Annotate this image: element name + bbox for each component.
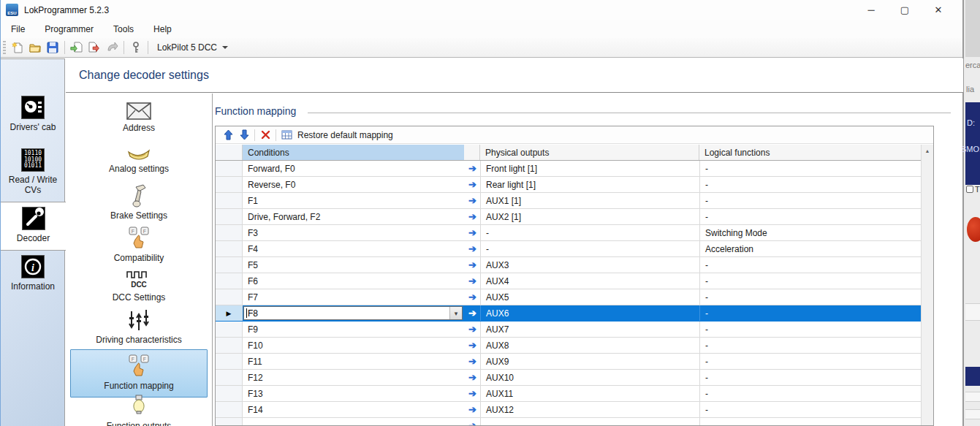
conditions-cell[interactable]: ➔	[243, 418, 480, 426]
key-icon[interactable]	[127, 39, 145, 56]
export-icon[interactable]	[86, 39, 103, 56]
row-gutter-cell[interactable]	[216, 193, 243, 208]
physical-outputs-cell[interactable]: AUX2 [1]	[480, 209, 699, 224]
logical-functions-cell[interactable]: -	[699, 386, 920, 401]
nav-item-function-outputs[interactable]: Function outputs	[70, 395, 208, 426]
conditions-cell[interactable]: Drive, Forward, F2➔	[243, 209, 480, 224]
conditions-cell[interactable]: F6➔	[243, 273, 480, 289]
vertical-scrollbar[interactable]: ▲	[921, 145, 933, 425]
delete-row-button[interactable]	[257, 128, 273, 142]
table-row[interactable]: F7➔AUX5-	[216, 289, 921, 305]
table-row[interactable]: ➔	[216, 418, 921, 426]
row-gutter-cell[interactable]: ▶	[216, 305, 243, 321]
menu-tools[interactable]: Tools	[112, 23, 135, 36]
table-row[interactable]: F10➔AUX8-	[216, 338, 921, 354]
physical-outputs-cell[interactable]: AUX11	[480, 386, 699, 401]
chevron-down-icon[interactable]: ▾	[449, 307, 462, 319]
physical-outputs-cell[interactable]: AUX3	[480, 257, 699, 273]
logical-functions-cell[interactable]: -	[699, 161, 920, 176]
table-row[interactable]: F6➔AUX4-	[216, 273, 921, 289]
physical-outputs-cell[interactable]: AUX1 [1]	[480, 193, 699, 208]
sidebar-item-drivers-cab[interactable]: Drivers' cab	[1, 96, 65, 133]
sidebar-item-decoder[interactable]: Decoder	[1, 202, 66, 251]
background-window[interactable]: erca lia D: SMO: T	[965, 0, 980, 426]
conditions-cell[interactable]: F1➔	[243, 193, 480, 208]
logical-functions-cell[interactable]: Switching Mode	[699, 225, 920, 240]
row-gutter-cell[interactable]	[216, 354, 243, 369]
table-row[interactable]: F3➔-Switching Mode	[216, 225, 921, 241]
menu-help[interactable]: Help	[152, 23, 173, 36]
physical-outputs-cell[interactable]: AUX5	[480, 289, 699, 305]
physical-outputs-cell[interactable]: AUX8	[480, 338, 699, 353]
table-row[interactable]: Drive, Forward, F2➔AUX2 [1]-	[216, 209, 921, 225]
toolbar-grip[interactable]	[3, 41, 6, 54]
move-up-button[interactable]	[220, 128, 236, 142]
sidebar-item-read-write-cvs[interactable]: 101101010001011 Read / Write CVs	[1, 148, 65, 196]
row-gutter-cell[interactable]	[216, 241, 243, 256]
physical-outputs-cell[interactable]: AUX9	[480, 354, 699, 369]
minimize-button[interactable]: ─	[863, 3, 879, 18]
table-row[interactable]: F4➔-Acceleration	[216, 241, 921, 257]
conditions-cell[interactable]: F10➔	[243, 338, 480, 353]
logical-functions-cell[interactable]: -	[699, 354, 920, 369]
logical-functions-cell[interactable]: -	[699, 322, 920, 337]
table-row[interactable]: Forward, F0➔Front light [1]-	[216, 161, 921, 177]
row-gutter-cell[interactable]	[216, 225, 243, 240]
nav-item-dcc-settings[interactable]: DCC DCC Settings	[70, 269, 208, 303]
header-gutter-cell[interactable]	[216, 145, 243, 160]
table-row[interactable]: F14➔AUX12-	[216, 402, 921, 418]
conditions-cell[interactable]: F13➔	[243, 386, 480, 401]
logical-functions-cell[interactable]: -	[699, 402, 920, 417]
row-gutter-cell[interactable]	[216, 177, 243, 192]
save-icon[interactable]	[44, 39, 61, 56]
conditions-cell[interactable]: F11➔	[243, 354, 480, 369]
physical-outputs-cell[interactable]	[480, 418, 699, 426]
nav-item-brake-settings[interactable]: Brake Settings	[70, 184, 208, 221]
logical-functions-cell[interactable]: -	[699, 370, 920, 385]
conditions-cell[interactable]: F9➔	[243, 322, 480, 337]
nav-item-analog-settings[interactable]: Analog settings	[70, 146, 208, 174]
column-header-physical-outputs[interactable]: Physical outputs	[480, 145, 699, 160]
row-gutter-cell[interactable]	[216, 370, 243, 385]
row-gutter-cell[interactable]	[216, 386, 243, 401]
table-row[interactable]: F5➔AUX3-	[216, 257, 921, 273]
close-button[interactable]: ✕	[930, 3, 946, 18]
conditions-cell[interactable]: F4➔	[243, 241, 480, 256]
new-document-icon[interactable]	[9, 39, 26, 56]
logical-functions-cell[interactable]: -	[699, 177, 920, 192]
physical-outputs-cell[interactable]: AUX6	[480, 305, 699, 321]
physical-outputs-cell[interactable]: Rear light [1]	[480, 177, 699, 192]
row-gutter-cell[interactable]	[216, 418, 243, 426]
device-selector-dropdown[interactable]: LokPilot 5 DCC	[151, 41, 234, 54]
physical-outputs-cell[interactable]: AUX12	[480, 402, 699, 417]
logical-functions-cell[interactable]: -	[699, 209, 920, 224]
logical-functions-cell[interactable]: -	[699, 193, 920, 208]
logical-functions-cell[interactable]	[699, 418, 920, 426]
row-gutter-cell[interactable]	[216, 161, 243, 176]
row-gutter-cell[interactable]	[216, 322, 243, 337]
conditions-cell[interactable]: F5➔	[243, 257, 480, 273]
logical-functions-cell[interactable]: -	[699, 273, 920, 289]
physical-outputs-cell[interactable]: -	[480, 225, 699, 240]
physical-outputs-cell[interactable]: AUX4	[480, 273, 699, 289]
conditions-cell[interactable]: F7➔	[243, 289, 480, 305]
conditions-cell[interactable]: F14➔	[243, 402, 480, 417]
logical-functions-cell[interactable]: -	[699, 305, 920, 321]
row-gutter-cell[interactable]	[216, 402, 243, 417]
nav-item-function-mapping[interactable]: F F Function mapping	[70, 349, 208, 398]
logical-functions-cell[interactable]: -	[699, 257, 920, 273]
nav-item-driving-characteristics[interactable]: Driving characteristics	[70, 310, 208, 345]
conditions-cell[interactable]: F3➔	[243, 225, 480, 240]
maximize-button[interactable]: ▢	[897, 3, 913, 18]
conditions-cell[interactable]: Reverse, F0➔	[243, 177, 480, 192]
conditions-cell[interactable]: F12➔	[243, 370, 480, 385]
import-icon[interactable]	[68, 39, 86, 56]
menu-file[interactable]: File	[10, 23, 26, 36]
table-row[interactable]: F12➔AUX10-	[216, 370, 921, 386]
table-row[interactable]: F9➔AUX7-	[216, 322, 921, 338]
physical-outputs-cell[interactable]: AUX7	[480, 322, 699, 337]
row-gutter-cell[interactable]	[216, 209, 243, 224]
row-gutter-cell[interactable]	[216, 257, 243, 273]
column-header-logical-functions[interactable]: Logical functions	[699, 145, 920, 160]
sidebar-item-information[interactable]: i Information	[1, 255, 65, 292]
